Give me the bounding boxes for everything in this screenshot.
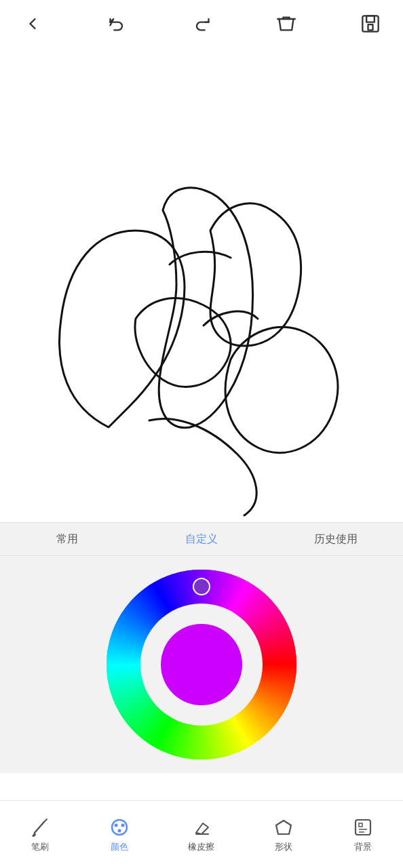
color-wheel[interactable] <box>103 566 300 763</box>
svg-line-4 <box>44 819 47 822</box>
svg-point-8 <box>118 829 121 832</box>
tab-common[interactable]: 常用 <box>0 523 134 555</box>
brush-icon <box>29 816 51 838</box>
save-button[interactable] <box>357 10 384 37</box>
color-tab-bar: 常用 自定义 历史使用 <box>0 522 403 556</box>
back-button[interactable] <box>19 10 46 37</box>
nav-color[interactable]: 颜色 <box>109 816 130 853</box>
drawing-canvas[interactable] <box>0 47 403 522</box>
svg-line-3 <box>35 822 44 833</box>
nav-brush[interactable]: 笔刷 <box>29 816 51 853</box>
nav-eraser[interactable]: 橡皮擦 <box>188 816 214 853</box>
eraser-icon <box>191 816 212 838</box>
color-panel[interactable] <box>0 556 403 773</box>
color-wheel-canvas[interactable] <box>103 566 300 763</box>
undo-button[interactable] <box>104 10 131 37</box>
svg-marker-10 <box>276 821 291 834</box>
nav-background[interactable]: 背景 <box>352 816 374 853</box>
svg-rect-1 <box>366 16 375 22</box>
svg-point-7 <box>121 823 125 827</box>
shape-icon <box>273 816 294 838</box>
svg-point-5 <box>112 820 127 835</box>
nav-shape[interactable]: 形状 <box>273 816 294 853</box>
redo-button[interactable] <box>188 10 215 37</box>
svg-rect-2 <box>368 24 373 30</box>
clear-button[interactable] <box>273 10 300 37</box>
tab-custom[interactable]: 自定义 <box>134 523 269 555</box>
background-icon <box>352 816 374 838</box>
bottom-navigation: 笔刷 颜色 橡皮擦 形状 背景 <box>0 800 403 868</box>
svg-rect-12 <box>359 823 362 827</box>
svg-point-6 <box>115 823 118 827</box>
color-icon <box>109 816 130 838</box>
top-toolbar <box>0 0 403 47</box>
tab-history[interactable]: 历史使用 <box>269 523 403 555</box>
